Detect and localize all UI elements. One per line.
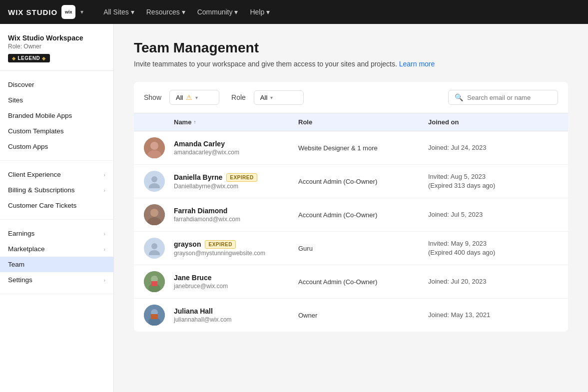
table-row: Juliana Hall juliannahall@wix.com Owner … bbox=[134, 299, 568, 332]
member-email-3: farrahdiamond@wix.com bbox=[174, 216, 298, 223]
member-email-4: grayson@mystunningwebsite.com bbox=[174, 250, 298, 257]
member-avatar-5 bbox=[144, 271, 165, 292]
sidebar: Wix Studio Workspace Role: Owner ◆ LEGEN… bbox=[0, 24, 114, 392]
page-subtitle: Invite teammates to your workspace and g… bbox=[134, 60, 568, 68]
sidebar-item-earnings[interactable]: Earnings › bbox=[0, 226, 113, 241]
member-name-6: Juliana Hall bbox=[174, 307, 298, 315]
svg-rect-13 bbox=[151, 281, 157, 286]
main-content: Team Management Invite teammates to your… bbox=[114, 24, 588, 392]
table-row: Farrah Diamond farrahdiamond@wix.com Acc… bbox=[134, 198, 568, 232]
member-info-4: grayson EXPIRED grayson@mystunningwebsit… bbox=[174, 240, 298, 257]
role-label: Role bbox=[231, 93, 246, 101]
table-header-name[interactable]: Name ↑ bbox=[174, 118, 298, 126]
workspace-info: Wix Studio Workspace Role: Owner ◆ LEGEN… bbox=[0, 24, 113, 71]
sidebar-item-client-experience[interactable]: Client Experience › bbox=[0, 167, 113, 182]
member-avatar-2 bbox=[144, 171, 165, 192]
member-joined-4: Invited: May 9, 2023 (Expired 400 days a… bbox=[428, 239, 558, 257]
diamond-right-icon: ◆ bbox=[42, 56, 46, 61]
member-role-3: Account Admin (Co-Owner) bbox=[298, 211, 428, 219]
nav-all-sites[interactable]: All Sites ▾ bbox=[99, 6, 138, 18]
member-info-2: Daniella Byrne EXPIRED Daniellabyrne@wix… bbox=[174, 173, 298, 190]
sidebar-main-nav: Discover Sites Branded Mobile Apps Custo… bbox=[0, 71, 113, 161]
community-chevron-icon: ▾ bbox=[234, 8, 238, 16]
member-avatar-6 bbox=[144, 305, 165, 326]
member-name-2: Daniella Byrne EXPIRED bbox=[174, 173, 298, 182]
member-email-2: Daniellabyrne@wix.com bbox=[174, 183, 298, 190]
svg-point-6 bbox=[150, 209, 158, 217]
sidebar-item-settings[interactable]: Settings › bbox=[0, 272, 113, 288]
show-filter-caret-icon: ▾ bbox=[195, 95, 198, 100]
svg-point-1 bbox=[150, 142, 158, 150]
member-role-5: Account Admin (Co-Owner) bbox=[298, 278, 428, 286]
member-email-5: janebruce@wix.com bbox=[174, 283, 298, 290]
topnav-links: All Sites ▾ Resources ▾ Community ▾ Help… bbox=[99, 6, 274, 18]
wix-icon-badge: wix bbox=[61, 5, 75, 19]
sidebar-bottom-nav: Earnings › Marketplace › Team Settings › bbox=[0, 220, 113, 294]
avatar bbox=[144, 204, 174, 225]
member-info-3: Farrah Diamond farrahdiamond@wix.com bbox=[174, 207, 298, 223]
page-title: Team Management bbox=[134, 40, 568, 56]
sidebar-item-marketplace[interactable]: Marketplace › bbox=[0, 241, 113, 257]
billing-chevron-icon: › bbox=[103, 187, 105, 193]
marketplace-chevron-icon: › bbox=[103, 246, 105, 252]
member-avatar-3 bbox=[144, 204, 165, 225]
sidebar-item-customer-care-tickets[interactable]: Customer Care Tickets bbox=[0, 198, 113, 213]
table-row: Amanda Carley amandacarley@wix.com Websi… bbox=[134, 131, 568, 165]
member-role-4: Guru bbox=[298, 245, 428, 252]
member-role-2: Account Admin (Co-Owner) bbox=[298, 178, 428, 185]
brand-chevron-icon[interactable]: ▾ bbox=[80, 8, 83, 15]
nav-community[interactable]: Community ▾ bbox=[193, 6, 242, 18]
earnings-chevron-icon: › bbox=[103, 231, 105, 237]
client-experience-chevron-icon: › bbox=[103, 172, 105, 178]
search-input[interactable] bbox=[467, 94, 552, 101]
show-filter-dropdown[interactable]: All ⚠ ▾ bbox=[169, 90, 219, 105]
table-row: grayson EXPIRED grayson@mystunningwebsit… bbox=[134, 232, 568, 265]
member-info-1: Amanda Carley amandacarley@wix.com bbox=[174, 140, 298, 156]
sidebar-item-custom-templates[interactable]: Custom Templates bbox=[0, 123, 113, 139]
svg-rect-17 bbox=[151, 314, 158, 319]
member-email-6: juliannahall@wix.com bbox=[174, 316, 298, 323]
team-table: Name ↑ Role Joined on bbox=[134, 113, 568, 332]
svg-point-8 bbox=[151, 243, 157, 249]
app-layout: Wix Studio Workspace Role: Owner ◆ LEGEN… bbox=[0, 24, 588, 392]
member-joined-2: Invited: Aug 5, 2023 (Expired 313 days a… bbox=[428, 172, 558, 190]
nav-help[interactable]: Help ▾ bbox=[246, 6, 274, 18]
table-row: Jane Bruce janebruce@wix.com Account Adm… bbox=[134, 265, 568, 299]
member-name-4: grayson EXPIRED bbox=[174, 240, 298, 249]
sidebar-tools-nav: Client Experience › Billing & Subscripti… bbox=[0, 161, 113, 220]
nav-resources[interactable]: Resources ▾ bbox=[142, 6, 189, 18]
member-avatar-4 bbox=[144, 238, 165, 259]
table-header-joined: Joined on bbox=[428, 118, 558, 126]
expired-badge-4: EXPIRED bbox=[205, 240, 235, 249]
show-label: Show bbox=[144, 93, 161, 101]
sidebar-item-sites[interactable]: Sites bbox=[0, 92, 113, 108]
sidebar-item-branded-mobile-apps[interactable]: Branded Mobile Apps bbox=[0, 108, 113, 123]
brand-logo: WIX STUDIO wix ▾ bbox=[8, 5, 83, 19]
sidebar-item-team[interactable]: Team bbox=[0, 257, 113, 272]
sidebar-item-billing-subscriptions[interactable]: Billing & Subscriptions › bbox=[0, 182, 113, 198]
search-icon: 🔍 bbox=[455, 93, 463, 101]
member-avatar-1 bbox=[144, 137, 165, 158]
sidebar-item-custom-apps[interactable]: Custom Apps bbox=[0, 139, 113, 154]
help-chevron-icon: ▾ bbox=[266, 8, 270, 16]
member-role-1: Website Designer & 1 more bbox=[298, 144, 428, 152]
avatar bbox=[144, 171, 174, 192]
member-info-5: Jane Bruce janebruce@wix.com bbox=[174, 274, 298, 290]
avatar bbox=[144, 238, 174, 259]
learn-more-link[interactable]: Learn more bbox=[399, 60, 435, 68]
search-box[interactable]: 🔍 bbox=[448, 90, 558, 105]
resources-chevron-icon: ▾ bbox=[182, 8, 185, 16]
sidebar-item-discover[interactable]: Discover bbox=[0, 77, 113, 92]
member-joined-5: Joined: Jul 20, 2023 bbox=[428, 277, 558, 286]
svg-point-4 bbox=[149, 183, 160, 188]
expired-badge-2: EXPIRED bbox=[226, 173, 257, 182]
member-role-6: Owner bbox=[298, 312, 428, 319]
diamond-left-icon: ◆ bbox=[12, 56, 16, 61]
all-sites-chevron-icon: ▾ bbox=[131, 8, 134, 16]
member-name-1: Amanda Carley bbox=[174, 140, 298, 148]
member-name-5: Jane Bruce bbox=[174, 274, 298, 282]
role-filter-dropdown[interactable]: All ▾ bbox=[254, 90, 304, 105]
member-email-1: amandacarley@wix.com bbox=[174, 149, 298, 156]
legend-badge: ◆ LEGEND ◆ bbox=[8, 54, 50, 62]
member-name-3: Farrah Diamond bbox=[174, 207, 298, 215]
